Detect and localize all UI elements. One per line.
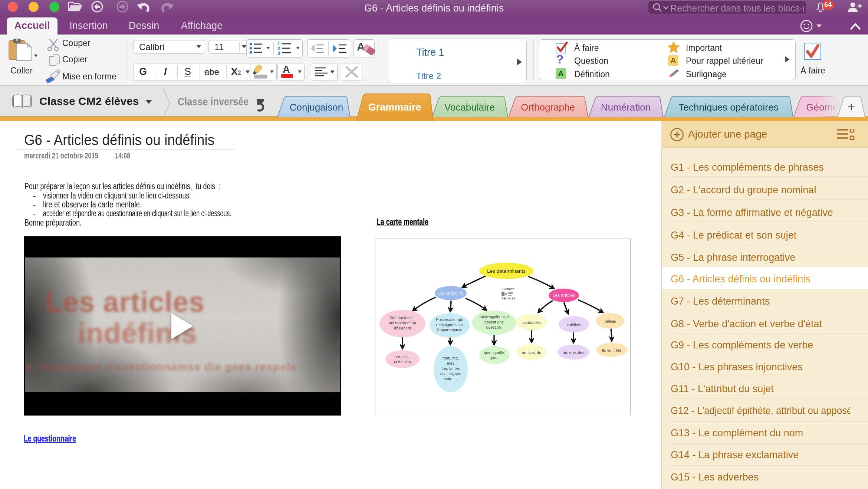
svg-text:3: 3: [277, 50, 280, 55]
svg-text:Z'ÉCOLES: Z'ÉCOLES: [502, 297, 515, 300]
svg-text:Numération: Numération: [601, 102, 651, 113]
svg-text:Orthographe: Orthographe: [521, 102, 575, 113]
svg-text:cette, ces: cette, ces: [394, 360, 411, 364]
svg-text:ce, cet,: ce, cet,: [396, 354, 409, 359]
svg-text:+: +: [848, 99, 855, 114]
svg-text:posent une: posent une: [484, 320, 504, 324]
svg-text:mes: mes: [447, 361, 454, 365]
svg-text:Vocabulaire: Vocabulaire: [444, 102, 495, 113]
svg-text:D: D: [505, 292, 507, 296]
svg-text:Démonstratifs :: Démonstratifs :: [389, 315, 416, 320]
svg-text:Les adjectifs: Les adjectifs: [438, 291, 463, 296]
svg-text:Techniques opératoires: Techniques opératoires: [679, 102, 779, 113]
svg-text:Possessifs : qui: Possessifs : qui: [436, 317, 463, 322]
svg-text:son, sa, ses: son, sa, ses: [440, 371, 461, 376]
svg-text:Les determinants: Les determinants: [487, 268, 526, 274]
svg-text:indéfinis: indéfinis: [567, 322, 581, 327]
svg-text:contractés: contractés: [523, 320, 540, 325]
svg-text:l'appartenance: l'appartenance: [437, 328, 463, 332]
svg-text:un, une, des: un, une, des: [563, 350, 584, 355]
svg-text:le, la, l', les: le, la, l', les: [602, 348, 621, 352]
svg-text:question.: question.: [486, 325, 502, 329]
svg-text:mon, ma,: mon, ma,: [443, 356, 459, 360]
svg-text:Les articles: Les articles: [553, 293, 575, 298]
svg-text:qui montrent ou: qui montrent ou: [389, 321, 416, 325]
svg-text:notre, ...: notre, ...: [444, 377, 458, 381]
svg-text:définis: définis: [605, 319, 616, 324]
svg-text:Géomé: Géomé: [806, 102, 838, 113]
svg-text:au, aux, du: au, aux, du: [522, 350, 541, 355]
svg-text:quel, quelle,: quel, quelle,: [484, 350, 505, 355]
svg-text:renseignent sur: renseignent sur: [436, 322, 463, 327]
svg-text:Interrogatifs : qui: Interrogatifs : qui: [480, 315, 509, 319]
svg-text:désignent: désignent: [394, 326, 411, 330]
svg-text:Conjugaison: Conjugaison: [290, 102, 343, 113]
svg-text:que...: que...: [490, 355, 499, 360]
svg-text:ton, ta, tes: ton, ta, tes: [441, 366, 460, 371]
svg-text:Grammaire: Grammaire: [368, 102, 421, 113]
svg-text:UN PROF: UN PROF: [502, 288, 514, 291]
